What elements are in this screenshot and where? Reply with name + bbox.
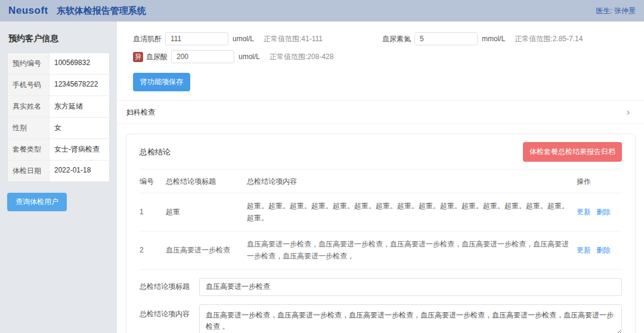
column-header-actions: 操作 <box>577 169 622 193</box>
lab-form: 血清肌酐 umol/L 正常值范围:41-111 血尿素氮 mmol/L 正常值… <box>117 30 644 91</box>
query-user-button[interactable]: 查询体检用户 <box>7 193 67 211</box>
column-header-title: 总检结论项标题 <box>166 169 247 193</box>
info-row-name: 真实姓名 东方延绪 <box>8 96 109 118</box>
conclusion-panel-header: 总检结论 体检套餐总检结果报告归档 <box>140 134 622 169</box>
table-header-row: 编号 总检结论项标题 总检结论项内容 操作 <box>140 169 622 193</box>
column-header-content: 总检结论项内容 <box>247 169 577 193</box>
conclusion-title-label: 总检结论项标题 <box>140 282 199 292</box>
conclusion-table: 编号 总检结论项标题 总检结论项内容 操作 1 超重 超重。超重。超重。超重。超… <box>140 169 622 270</box>
cell-id: 2 <box>140 231 166 269</box>
panel-title: 总检结论 <box>140 147 171 158</box>
lab-item-blood-urea-nitrogen: 血尿素氮 mmol/L 正常值范围:2.85-7.14 <box>382 32 583 45</box>
chevron-right-icon: › <box>627 107 630 117</box>
archive-report-button[interactable]: 体检套餐总检结果报告归档 <box>523 142 622 162</box>
section-title: 妇科检查 <box>126 107 155 118</box>
info-label: 手机号码 <box>8 75 49 95</box>
info-value: 12345678222 <box>49 75 109 95</box>
customer-info-table: 预约编号 100569832 手机号码 12345678222 真实姓名 东方延… <box>7 53 110 182</box>
blood-uric-acid-input[interactable] <box>171 50 234 63</box>
lab-item-serum-creatinine: 血清肌酐 umol/L 正常值范围:41-111 <box>133 32 382 45</box>
lab-unit: umol/L <box>233 35 254 43</box>
app-header: Neusoft 东软体检报告管理系统 医生: 张仲景 <box>0 0 644 21</box>
sidebar-title: 预约客户信息 <box>8 33 110 44</box>
info-row-booking-id: 预约编号 100569832 <box>8 53 109 75</box>
conclusion-title-row: 总检结论项标题 <box>140 278 622 296</box>
lab-row-1: 血清肌酐 umol/L 正常值范围:41-111 血尿素氮 mmol/L 正常值… <box>117 30 644 48</box>
section-gynecology-exam[interactable]: 妇科检查 › <box>117 101 644 124</box>
conclusion-content-label: 总检结论项内容 <box>140 304 199 319</box>
update-link[interactable]: 更新 <box>577 246 591 254</box>
delete-link[interactable]: 删除 <box>596 208 611 216</box>
doctor-info: 医生: 张仲景 <box>596 6 636 16</box>
info-label: 真实姓名 <box>8 96 49 117</box>
conclusion-title-input[interactable] <box>199 278 622 296</box>
info-label: 体检日期 <box>8 161 49 181</box>
conclusion-panel: 总检结论 体检套餐总检结果报告归档 编号 总检结论项标题 总检结论项内容 操作 … <box>126 134 636 333</box>
cell-actions: 更新删除 <box>577 193 622 232</box>
info-value: 东方延绪 <box>49 96 109 117</box>
main-layout: 预约客户信息 预约编号 100569832 手机号码 12345678222 真… <box>0 21 644 333</box>
info-label: 预约编号 <box>8 53 49 74</box>
app-title: 东软体检报告管理系统 <box>57 5 146 17</box>
lab-row-2: 异 血尿酸 umol/L 正常值范围:208-428 <box>117 48 644 66</box>
cell-content: 血压高要进一步检查，血压高要进一步检查，血压高要进一步检查，血压高要进一步检查，… <box>247 231 577 269</box>
column-header-id: 编号 <box>140 169 166 193</box>
save-kidney-function-button[interactable]: 肾功能项保存 <box>133 73 190 91</box>
lab-label: 血清肌酐 <box>133 34 162 44</box>
info-row-package: 套餐类型 女士-肾病检查 <box>8 139 109 161</box>
table-row: 1 超重 超重。超重。超重。超重。超重。超重。超重。超重。超重。超重。超重。超重… <box>140 193 622 232</box>
lab-unit: mmol/L <box>482 35 505 43</box>
lab-unit: umol/L <box>239 53 260 61</box>
cell-title: 血压高要进一步检查 <box>166 231 247 269</box>
cell-content: 超重。超重。超重。超重。超重。超重。超重。超重。超重。超重。超重。超重。超重。超… <box>247 193 577 232</box>
info-value: 女士-肾病检查 <box>49 139 109 160</box>
lab-normal-range: 正常值范围:208-428 <box>270 52 333 62</box>
blood-urea-nitrogen-input[interactable] <box>414 32 478 45</box>
cell-title: 超重 <box>166 193 247 232</box>
table-row: 2 血压高要进一步检查 血压高要进一步检查，血压高要进一步检查，血压高要进一步检… <box>140 231 622 269</box>
delete-link[interactable]: 删除 <box>596 246 611 254</box>
sidebar: 预约客户信息 预约编号 100569832 手机号码 12345678222 真… <box>0 21 117 333</box>
cell-actions: 更新删除 <box>577 231 622 269</box>
brand-logo: Neusoft <box>8 5 48 17</box>
lab-label: 血尿酸 <box>146 52 168 62</box>
info-row-exam-date: 体检日期 2022-01-18 <box>8 161 109 181</box>
info-value: 女 <box>49 118 109 138</box>
conclusion-content-row: 总检结论项内容 血压高要进一步检查，血压高要进一步检查，血压高要进一步检查，血压… <box>140 304 622 333</box>
abnormal-badge-icon: 异 <box>133 52 143 62</box>
serum-creatinine-input[interactable] <box>165 32 228 45</box>
lab-normal-range: 正常值范围:41-111 <box>264 34 323 44</box>
info-row-phone: 手机号码 12345678222 <box>8 75 109 96</box>
conclusion-content-textarea[interactable]: 血压高要进一步检查，血压高要进一步检查，血压高要进一步检查，血压高要进一步检查，… <box>199 304 622 333</box>
update-link[interactable]: 更新 <box>577 208 591 216</box>
cell-id: 1 <box>140 193 166 232</box>
info-label: 套餐类型 <box>8 139 49 160</box>
lab-normal-range: 正常值范围:2.85-7.14 <box>515 34 583 44</box>
info-row-gender: 性别 女 <box>8 118 109 139</box>
lab-label: 血尿素氮 <box>382 34 411 44</box>
lab-item-blood-uric-acid: 异 血尿酸 umol/L 正常值范围:208-428 <box>133 50 382 63</box>
info-label: 性别 <box>8 118 49 138</box>
header-brand-group: Neusoft 东软体检报告管理系统 <box>8 5 146 17</box>
main-content: 血清肌酐 umol/L 正常值范围:41-111 血尿素氮 mmol/L 正常值… <box>117 21 644 333</box>
info-value: 2022-01-18 <box>49 161 109 181</box>
info-value: 100569832 <box>49 53 109 74</box>
